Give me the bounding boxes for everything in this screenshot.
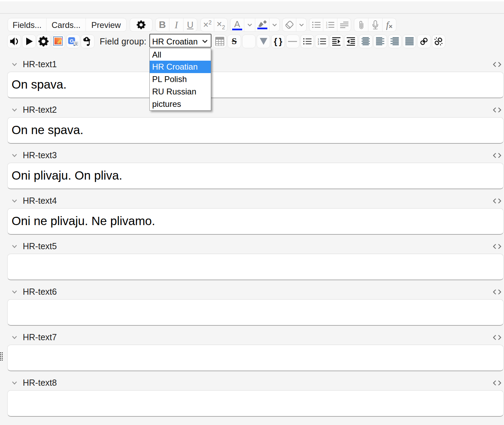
svg-text:2: 2 [318,40,319,43]
svg-text:2: 2 [326,24,327,26]
svg-text:1: 1 [326,21,327,24]
svg-text:1: 1 [318,38,319,40]
svg-text:3: 3 [326,26,327,29]
svg-text:文: 文 [74,41,78,45]
svg-text:G: G [70,38,74,44]
svg-text:3: 3 [318,43,319,45]
